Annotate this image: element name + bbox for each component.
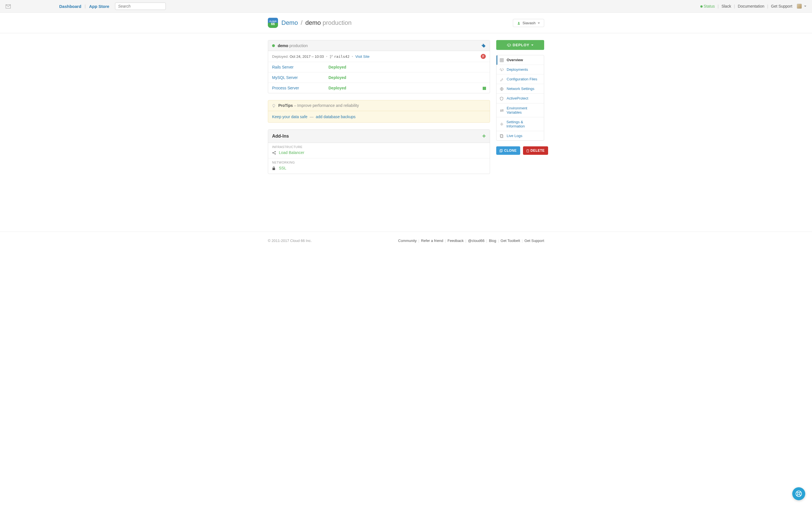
deployed-label: Deployed:: [272, 54, 289, 59]
svg-rect-12: [500, 59, 504, 62]
footer-link[interactable]: Refer a friend: [421, 238, 443, 243]
sidebar-item-deployments[interactable]: Deployments: [497, 65, 544, 74]
user-dropdown[interactable]: Siavash: [513, 19, 544, 27]
status-dot-icon: [700, 5, 703, 8]
visit-site-link[interactable]: Visit Site: [355, 54, 369, 59]
nav-dashboard[interactable]: Dashboard: [58, 4, 82, 9]
svg-rect-19: [527, 150, 529, 152]
svg-point-2: [482, 45, 483, 45]
sidebar-item-environment-variables[interactable]: Environment Variables: [497, 104, 544, 117]
footer-separator: |: [465, 238, 466, 243]
deploy-button-label: DEPLOY: [513, 43, 529, 47]
footer-link[interactable]: Community: [398, 238, 417, 243]
nav-item-icon: [500, 58, 504, 62]
search-input[interactable]: [115, 3, 166, 10]
user-dropdown-label: Siavash: [522, 21, 535, 25]
deployed-at: Oct 24, 2017 – 10:03: [290, 54, 324, 59]
caret-down-icon: [804, 6, 806, 7]
framework-label: rails42: [334, 54, 350, 59]
server-name-link[interactable]: Rails Server: [272, 65, 329, 69]
cloud-deploy-icon: [507, 43, 511, 47]
addin-section-label: INFRASTRUCTURE: [272, 145, 486, 149]
page-header: CLOUD 66 Demo / demo production Siavash: [0, 13, 812, 33]
svg-rect-11: [273, 168, 275, 170]
delete-button[interactable]: DELETE: [523, 146, 548, 155]
sidebar-item-label: Network Settings: [507, 87, 534, 91]
user-menu[interactable]: [797, 4, 806, 9]
svg-rect-18: [501, 150, 503, 152]
footer-link[interactable]: Get Toolbelt: [501, 238, 520, 243]
nav-separator: |: [734, 4, 735, 8]
breadcrumb-org[interactable]: Demo: [281, 19, 298, 26]
svg-point-1: [518, 22, 519, 23]
sidebar-item-label: Live Logs: [507, 134, 522, 138]
addin-item-link[interactable]: Load Balancer: [279, 150, 304, 155]
nav-item-icon: [500, 108, 504, 112]
protips-body: Keep your data safe — add database backu…: [268, 111, 490, 122]
tag-icon[interactable]: [481, 43, 486, 48]
sidebar-item-network-settings[interactable]: Network Settings: [497, 84, 544, 94]
svg-point-8: [272, 152, 274, 153]
nav-support[interactable]: Get Support: [771, 4, 793, 8]
nav-item-icon: [500, 77, 504, 81]
sidebar-item-activeprotect[interactable]: ActiveProtect: [497, 94, 544, 104]
footer-link[interactable]: Feedback: [448, 238, 464, 243]
addin-section: INFRASTRUCTURELoad Balancer: [268, 143, 490, 159]
footer-link[interactable]: Blog: [489, 238, 496, 243]
nav-status[interactable]: Status: [700, 4, 715, 8]
nav-item-icon: [500, 134, 504, 138]
footer-link[interactable]: @cloud66: [468, 238, 485, 243]
sidebar-item-configuration-files[interactable]: Configuration Files: [497, 74, 544, 84]
server-status: Deployed: [329, 75, 346, 80]
plus-icon[interactable]: +: [482, 132, 486, 140]
stack-card-header: demo production: [268, 40, 490, 51]
nav-item-icon: [500, 122, 504, 126]
pause-icon[interactable]: ▮▮: [482, 86, 486, 90]
addins-header: Add-Ins +: [268, 130, 490, 143]
footer-copyright: © 2011-2017 Cloud 66 Inc.: [268, 238, 312, 243]
sidebar-item-settings-information[interactable]: Settings & Information: [497, 117, 544, 131]
sidebar-item-label: Settings & Information: [506, 120, 540, 128]
sidebar-item-overview[interactable]: Overview: [497, 55, 544, 65]
meta-separator: •: [352, 54, 353, 59]
nav-docs[interactable]: Documentation: [738, 4, 764, 8]
addin-item-link[interactable]: SSL: [279, 166, 286, 170]
footer-link[interactable]: Get Support: [524, 238, 544, 243]
svg-point-6: [273, 104, 275, 107]
addin-section-label: NETWORKING: [272, 161, 486, 164]
deploy-button[interactable]: DEPLOY: [496, 40, 544, 50]
server-name-link[interactable]: Process Server: [272, 86, 329, 90]
share-icon: [272, 150, 276, 155]
nav-slack[interactable]: Slack: [721, 4, 731, 8]
addins-card: Add-Ins + INFRASTRUCTURELoad BalancerNET…: [268, 129, 490, 174]
server-name-link[interactable]: MySQL Server: [272, 75, 329, 80]
protips-card: ProTips – Improve performance and reliab…: [268, 100, 490, 122]
nav-item-icon: [500, 87, 504, 91]
top-nav: Dashboard | App Store Status | Slack | D…: [0, 0, 812, 13]
delete-button-label: DELETE: [531, 149, 545, 153]
lock-icon: [272, 166, 276, 170]
svg-rect-17: [500, 150, 502, 152]
status-dot-icon: [272, 44, 275, 47]
mail-icon[interactable]: [6, 4, 11, 8]
protip-action-link[interactable]: add database backups: [316, 114, 355, 119]
protips-title: ProTips: [278, 103, 293, 108]
sidebar-item-live-logs[interactable]: Live Logs: [497, 131, 544, 140]
stack-name: demo: [278, 44, 288, 48]
avatar-icon: [797, 4, 802, 9]
nav-separator: |: [767, 4, 768, 8]
server-status: Deployed: [329, 86, 346, 90]
fail-badge[interactable]: F: [481, 54, 486, 59]
protip-main-link[interactable]: Keep your data safe: [272, 114, 307, 119]
logo-icon: CLOUD 66: [268, 18, 278, 28]
caret-down-icon: [538, 22, 540, 24]
sidebar-item-label: Deployments: [507, 67, 528, 72]
svg-rect-7: [274, 107, 274, 107]
nav-appstore[interactable]: App Store: [88, 4, 111, 9]
footer-separator: |: [498, 238, 499, 243]
stack-card: demo production Deployed: Oct 24, 2017 –…: [268, 40, 490, 93]
nav-item-icon: [500, 96, 504, 101]
svg-point-5: [330, 58, 331, 58]
clone-button[interactable]: CLONE: [496, 146, 520, 155]
bulb-icon: [272, 103, 277, 108]
